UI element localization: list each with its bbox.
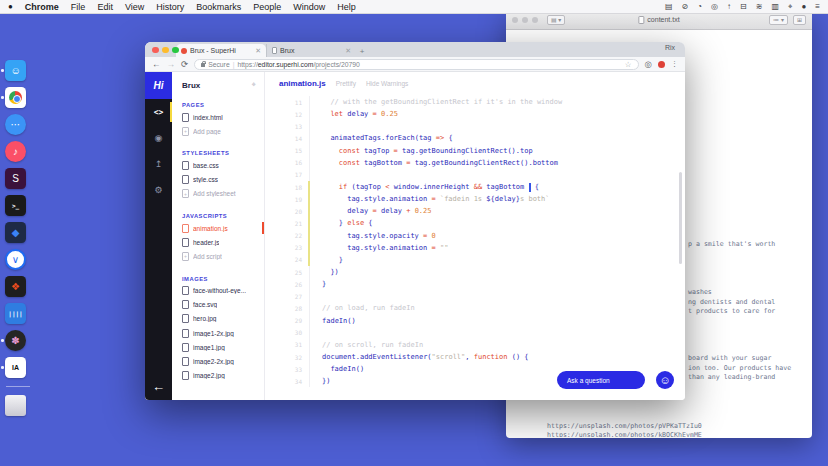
clock-icon[interactable]: ◔ (697, 2, 702, 11)
superhi-logo[interactable]: Hi (145, 72, 172, 99)
dock-item-finder[interactable]: ☺ (5, 60, 26, 81)
close-button[interactable] (152, 47, 159, 54)
file-item[interactable]: hero.jpg (182, 312, 264, 326)
view-control[interactable]: ▤ ▾ (547, 15, 565, 25)
file-item[interactable]: face-without-eye... (182, 284, 264, 298)
menu-item-help[interactable]: Help (337, 2, 356, 12)
code-line[interactable]: fadeIn() (310, 317, 356, 325)
code-line[interactable]: document.addEventListener("scroll", func… (310, 353, 529, 361)
code-line[interactable]: tag.style.opacity = 0 (310, 232, 436, 240)
dock-item-code-app[interactable]: ◆ (5, 222, 26, 243)
menu-item-file[interactable]: File (71, 2, 86, 12)
code-line[interactable]: if (tagTop < window.innerHeight && tagBo… (310, 183, 539, 192)
fullscreen-button[interactable] (172, 47, 179, 54)
add-file-button[interactable]: +Add stylesheet (182, 187, 264, 201)
ask-question-button[interactable]: Ask a question (557, 371, 645, 389)
settings-gear-icon[interactable]: ⚙ (145, 177, 172, 203)
forward-icon[interactable]: → (167, 60, 176, 69)
menu-list-icon[interactable]: ≡ (815, 2, 820, 11)
prettify-button[interactable]: Prettify (336, 80, 356, 87)
code-line[interactable]: // on load, run fadeIn (310, 304, 415, 312)
minimize-button[interactable] (522, 17, 528, 23)
dock-item-music[interactable]: ♪ (5, 141, 26, 162)
shield-icon[interactable]: ⊘ (681, 2, 688, 11)
dock-item-messages[interactable]: ⋯ (5, 114, 26, 135)
code-line[interactable]: tag.style.animation = `fadein 1s ${delay… (310, 195, 550, 203)
tab-brux-superhi[interactable]: Brux - SuperHi ✕ (176, 44, 266, 57)
file-item[interactable]: style.css (182, 173, 264, 187)
file-item[interactable]: base.css (182, 158, 264, 172)
dock-item-ia-writer[interactable]: IA (5, 357, 26, 378)
upload-icon[interactable]: ↑ (727, 2, 731, 11)
editor-scrollbar[interactable] (679, 172, 682, 264)
grid-control[interactable]: ⊞ (793, 15, 806, 25)
address-bar[interactable]: Secure | https://editor.superhi.com/proj… (194, 59, 638, 70)
tab-close-icon[interactable]: ✕ (345, 47, 351, 55)
code-panel-icon[interactable]: <> (145, 99, 172, 125)
close-button[interactable] (512, 17, 518, 23)
menu-item-people[interactable]: People (253, 2, 281, 12)
add-file-button[interactable]: +Add script (182, 249, 264, 263)
code-line[interactable]: animatedTags.forEach(tag => { (310, 134, 453, 142)
profile-button[interactable]: Rix (665, 44, 675, 51)
zoom-button[interactable] (532, 17, 538, 23)
battery-icon[interactable]: ▥ (771, 2, 779, 11)
apple-menu-icon[interactable]: ● (8, 2, 13, 11)
file-item[interactable]: image2-2x.jpg (182, 354, 264, 368)
share-upload-icon[interactable]: ↥ (145, 151, 172, 177)
code-line[interactable]: } else { (310, 219, 373, 227)
menu-item-edit[interactable]: Edit (97, 2, 113, 12)
wifi-icon[interactable]: ≋ (756, 2, 763, 11)
menu-item-window[interactable]: Window (293, 2, 325, 12)
code-line[interactable]: }) (310, 268, 339, 276)
code-line[interactable]: fadeIn() (310, 365, 364, 373)
person-icon[interactable]: ◎ (645, 60, 652, 69)
file-item[interactable]: animation.js (182, 221, 264, 235)
code-line[interactable]: const tagTop = tag.getBoundingClientRect… (310, 147, 533, 155)
smiley-chat-button[interactable]: ☺ (656, 371, 674, 389)
back-icon[interactable]: ← (152, 60, 161, 69)
browser-menu-icon[interactable]: ⋮ (671, 60, 678, 68)
search-icon[interactable]: ⌖ (251, 80, 256, 90)
file-item[interactable]: face.svg (182, 298, 264, 312)
dock-item-trash[interactable] (5, 395, 26, 416)
hide-warnings-button[interactable]: Hide Warnings (366, 80, 408, 87)
code-line[interactable]: // with the getBoundingClientRect if it'… (310, 98, 562, 106)
code-line[interactable]: } (310, 280, 326, 288)
code-line[interactable]: let delay = 0.25 (310, 110, 398, 118)
code-area[interactable]: 11// with the getBoundingClientRect if i… (265, 96, 685, 400)
dock-item-audio-bars-app[interactable]: |||| (5, 303, 26, 324)
menu-item-view[interactable]: View (125, 2, 144, 12)
file-item[interactable]: image1-2x.jpg (182, 326, 264, 340)
dock-item-blue-circle-app[interactable]: ∨ (5, 249, 26, 270)
record-icon[interactable]: ◎ (711, 2, 718, 11)
menu-item-chrome[interactable]: Chrome (25, 2, 59, 12)
code-line[interactable]: }) (310, 377, 330, 385)
bookmark-star-icon[interactable]: ☆ (625, 60, 632, 69)
reload-icon[interactable]: ⟳ (181, 60, 188, 69)
code-line[interactable]: tag.style.animation = "" (310, 244, 448, 252)
file-item[interactable]: index.html (182, 110, 264, 124)
spacing-control[interactable]: ≔ ▾ (769, 15, 788, 25)
code-line[interactable]: // on scroll, run fadeIn (310, 341, 423, 349)
file-item[interactable]: image2.jpg (182, 369, 264, 383)
dock-item-terminal[interactable]: >_ (5, 195, 26, 216)
minimize-button[interactable] (162, 47, 169, 54)
dock-item-slack[interactable]: S (5, 168, 26, 189)
file-item[interactable]: image1.jpg (182, 340, 264, 354)
code-line[interactable]: delay = delay + 0.25 (310, 207, 432, 215)
tab-close-icon[interactable]: ✕ (255, 47, 261, 55)
menu-item-bookmarks[interactable]: Bookmarks (196, 2, 241, 12)
extension-icon[interactable] (658, 61, 665, 68)
back-arrow-button[interactable]: ← (145, 379, 172, 394)
display-icon[interactable]: ▤ (665, 2, 673, 11)
new-tab-button[interactable]: + (356, 46, 368, 57)
notification-icon[interactable]: ● (801, 2, 806, 11)
tab-brux[interactable]: Brux ✕ (266, 44, 356, 57)
code-line[interactable]: const tagBottom = tag.getBoundingClientR… (310, 159, 558, 167)
dock-item-figma[interactable]: ❖ (5, 276, 26, 297)
preview-eye-icon[interactable]: ◉ (145, 125, 172, 151)
search-icon[interactable]: ⌖ (788, 2, 793, 12)
add-file-button[interactable]: +Add page (182, 124, 264, 138)
file-item[interactable]: header.js (182, 235, 264, 249)
